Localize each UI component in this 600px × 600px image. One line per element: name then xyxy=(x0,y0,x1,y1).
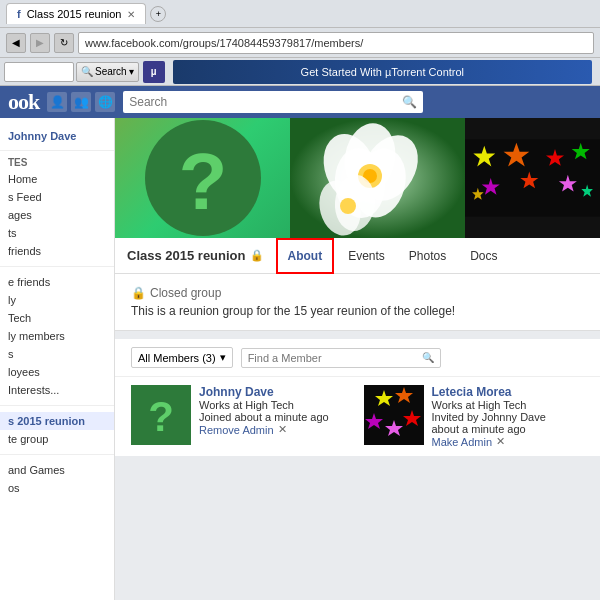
facebook-search-bar: 🔍 xyxy=(123,91,423,113)
fb-friends-icon[interactable]: 👥 xyxy=(71,92,91,112)
lock-icon: 🔒 xyxy=(250,249,264,262)
member-card-johnny: ? Johnny Dave Works at High Tech Joined … xyxy=(131,385,352,448)
members-list: ? Johnny Dave Works at High Tech Joined … xyxy=(115,377,600,456)
member-name-letecia[interactable]: Letecia Morea xyxy=(432,385,585,399)
group-nav-docs[interactable]: Docs xyxy=(460,238,507,274)
member-works-johnny: Works at High Tech xyxy=(199,399,352,411)
member-action-johnny[interactable]: Remove Admin ✕ xyxy=(199,423,352,436)
member-action-letecia[interactable]: Make Admin ✕ xyxy=(432,435,585,448)
member-avatar-johnny: ? xyxy=(131,385,191,445)
content-area: ? xyxy=(115,118,600,600)
facebook-header: ook 👤 👥 🌐 🔍 xyxy=(0,86,600,118)
group-nav: Class 2015 reunion 🔒 About Events Photos… xyxy=(115,238,600,274)
sidebar-item-home[interactable]: Home xyxy=(0,170,114,188)
toolbar-search-input[interactable] xyxy=(9,66,49,77)
tab-favicon: f xyxy=(17,8,21,20)
about-section: 🔒 Closed group This is a reunion group f… xyxy=(115,274,600,331)
group-nav-events[interactable]: Events xyxy=(338,238,395,274)
torrent-banner-text: Get Started With µTorrent Control xyxy=(301,66,464,78)
cover-image-left: ? xyxy=(115,118,290,238)
main-layout: Johnny Dave TES Home s Feed ages ts frie… xyxy=(0,118,600,600)
find-member-input[interactable] xyxy=(248,352,422,364)
refresh-button[interactable]: ↻ xyxy=(54,33,74,53)
facebook-nav-icons: 👤 👥 🌐 xyxy=(47,92,115,112)
forward-button[interactable]: ▶ xyxy=(30,33,50,53)
toolbar-search-button[interactable]: 🔍 Search ▾ xyxy=(76,62,139,82)
browser-tab[interactable]: f Class 2015 reunion ✕ xyxy=(6,3,146,24)
group-nav-about[interactable]: About xyxy=(276,238,335,274)
sidebar-item-s[interactable]: s xyxy=(0,345,114,363)
stars-svg xyxy=(465,118,600,238)
address-bar[interactable] xyxy=(78,32,594,54)
find-member-search-icon: 🔍 xyxy=(422,352,434,363)
sidebar-item-friends[interactable]: friends xyxy=(0,242,114,260)
sidebar: Johnny Dave TES Home s Feed ages ts frie… xyxy=(0,118,115,600)
svg-point-13 xyxy=(340,198,356,214)
sidebar-item-events[interactable]: ts xyxy=(0,224,114,242)
members-dropdown-text: All Members (3) xyxy=(138,352,216,364)
member-card-letecia: Letecia Morea Works at High Tech Invited… xyxy=(364,385,585,448)
member-joined-johnny: Joined about a minute ago xyxy=(199,411,352,423)
cover-image-right xyxy=(465,118,600,238)
facebook-search-input[interactable] xyxy=(129,95,398,109)
letecia-avatar-svg xyxy=(364,385,424,445)
members-dropdown-arrow: ▾ xyxy=(220,351,226,364)
sidebar-item-news-feed[interactable]: s Feed xyxy=(0,188,114,206)
sidebar-item-photos[interactable]: os xyxy=(0,479,114,497)
sidebar-item-interests[interactable]: Interests... xyxy=(0,381,114,399)
sidebar-divider-2 xyxy=(0,405,114,406)
facebook-logo-area: ook xyxy=(8,89,39,115)
tab-title: Class 2015 reunion xyxy=(27,8,122,20)
group-name: Class 2015 reunion 🔒 xyxy=(127,248,264,263)
search-icon: 🔍 xyxy=(81,66,93,77)
browser-toolbar2: 🔍 Search ▾ µ Get Started With µTorrent C… xyxy=(0,58,600,86)
make-admin-label[interactable]: Make Admin xyxy=(432,436,493,448)
sidebar-section-tes: TES xyxy=(0,151,114,170)
search-label: Search xyxy=(95,66,127,77)
members-header: All Members (3) ▾ 🔍 xyxy=(115,339,600,377)
sidebar-item-find-friends[interactable]: e friends xyxy=(0,273,114,291)
member-info-johnny: Johnny Dave Works at High Tech Joined ab… xyxy=(199,385,352,436)
sidebar-item-family[interactable]: ly xyxy=(0,291,114,309)
svg-rect-26 xyxy=(364,385,424,445)
lock-icon-2: 🔒 xyxy=(131,286,146,300)
sidebar-item-games[interactable]: and Games xyxy=(0,461,114,479)
flowers-svg xyxy=(290,118,465,238)
utorrent-icon[interactable]: µ xyxy=(143,61,165,83)
group-nav-photos[interactable]: Photos xyxy=(399,238,456,274)
find-member-container: 🔍 xyxy=(241,348,441,368)
remove-admin-label[interactable]: Remove Admin xyxy=(199,424,274,436)
group-name-text: Class 2015 reunion xyxy=(127,248,246,263)
make-admin-close[interactable]: ✕ xyxy=(496,435,505,448)
member-name-johnny[interactable]: Johnny Dave xyxy=(199,385,352,399)
facebook-logo: ook xyxy=(8,89,39,115)
remove-admin-close[interactable]: ✕ xyxy=(278,423,287,436)
sidebar-item-tech[interactable]: Tech xyxy=(0,309,114,327)
sidebar-divider-3 xyxy=(0,454,114,455)
johnny-avatar-svg: ? xyxy=(131,385,191,445)
fb-person-icon[interactable]: 👤 xyxy=(47,92,67,112)
tab-close-button[interactable]: ✕ xyxy=(127,9,135,20)
torrent-banner[interactable]: Get Started With µTorrent Control xyxy=(173,60,592,84)
sidebar-item-employees[interactable]: loyees xyxy=(0,363,114,381)
facebook-search-button[interactable]: 🔍 xyxy=(402,95,417,109)
search-dropdown-arrow: ▾ xyxy=(129,66,134,77)
sidebar-item-pages[interactable]: ages xyxy=(0,206,114,224)
member-info-letecia: Letecia Morea Works at High Tech Invited… xyxy=(432,385,585,448)
browser-title-bar: f Class 2015 reunion ✕ + xyxy=(0,0,600,28)
browser-toolbar: ◀ ▶ ↻ xyxy=(0,28,600,58)
members-dropdown[interactable]: All Members (3) ▾ xyxy=(131,347,233,368)
member-invited-letecia: Invited by Johnny Dave xyxy=(432,411,585,423)
sidebar-item-family-members[interactable]: ly members xyxy=(0,327,114,345)
new-tab-button[interactable]: + xyxy=(150,6,166,22)
sidebar-user[interactable]: Johnny Dave xyxy=(0,126,114,151)
fb-globe-icon[interactable]: 🌐 xyxy=(95,92,115,112)
sidebar-item-create-group[interactable]: te group xyxy=(0,430,114,448)
svg-text:?: ? xyxy=(148,393,174,440)
back-button[interactable]: ◀ xyxy=(6,33,26,53)
member-avatar-letecia xyxy=(364,385,424,445)
group-description: This is a reunion group for the 15 year … xyxy=(131,304,584,318)
member-invited-time-letecia: about a minute ago xyxy=(432,423,585,435)
question-mark-svg: ? xyxy=(143,118,263,238)
sidebar-item-class-reunion[interactable]: s 2015 reunion xyxy=(0,412,114,430)
